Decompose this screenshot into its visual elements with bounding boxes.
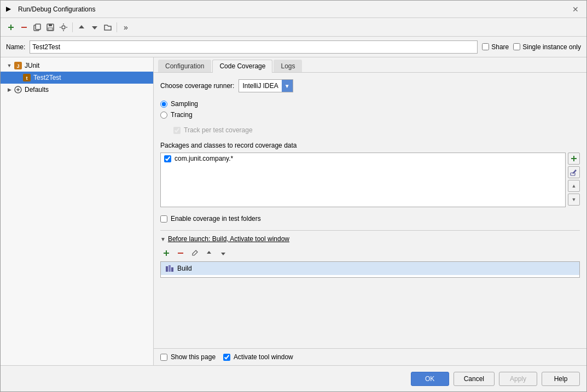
- package-checkbox-1[interactable]: [164, 155, 171, 162]
- scroll-down-package-btn[interactable]: ▼: [568, 194, 580, 206]
- activate-window-checkbox[interactable]: [223, 354, 230, 361]
- dialog-title: Run/Debug Configurations: [18, 5, 95, 13]
- svg-rect-7: [48, 28, 53, 30]
- ok-button[interactable]: OK: [411, 372, 449, 386]
- add-package-btn[interactable]: [568, 153, 580, 165]
- show-page-checkbox[interactable]: [160, 354, 167, 361]
- tracing-radio-label[interactable]: Tracing: [160, 111, 580, 119]
- svg-rect-20: [166, 266, 168, 272]
- runner-value: IntelliJ IDEA: [239, 81, 281, 91]
- cancel-button[interactable]: Cancel: [454, 372, 495, 386]
- runner-select[interactable]: IntelliJ IDEA ▼: [239, 79, 293, 92]
- before-launch-up-btn[interactable]: [203, 247, 215, 259]
- svg-rect-6: [49, 24, 52, 26]
- packages-side-buttons: ▲ ▼: [568, 153, 580, 207]
- tracing-label: Tracing: [171, 111, 193, 119]
- svg-point-8: [62, 26, 65, 29]
- sidebar-item-defaults[interactable]: ▶ Defaults: [1, 84, 153, 96]
- expand-icon-defaults: ▶: [5, 85, 14, 94]
- more-button[interactable]: »: [120, 21, 132, 33]
- track-per-test-label[interactable]: Track per test coverage: [173, 126, 580, 134]
- before-launch-item-build[interactable]: Build: [161, 262, 579, 275]
- coverage-runner-row: Choose coverage runner: IntelliJ IDEA ▼: [160, 79, 580, 92]
- copy-button[interactable]: [31, 21, 43, 33]
- tabs: Configuration Code Coverage Logs: [154, 57, 586, 73]
- toolbar: »: [1, 18, 586, 37]
- before-launch-toolbar: [160, 247, 580, 259]
- single-instance-checkbox[interactable]: [513, 43, 520, 50]
- show-page-label: Show this page: [171, 353, 216, 361]
- separator-1: [72, 22, 73, 32]
- runner-dropdown-btn[interactable]: ▼: [282, 80, 293, 92]
- before-launch-expand-icon: ▼: [160, 236, 166, 242]
- sampling-tracing-group: Sampling Tracing: [160, 100, 580, 119]
- sidebar-item-junit[interactable]: ▼ J JUnit: [1, 60, 153, 72]
- remove-button[interactable]: [18, 21, 30, 33]
- enable-coverage-row: Enable coverage in test folders: [160, 215, 580, 223]
- track-per-test-text: Track per test coverage: [184, 126, 253, 134]
- folder-button[interactable]: [102, 21, 114, 33]
- package-item-1[interactable]: com.junit.company.*: [161, 153, 565, 164]
- apply-button[interactable]: Apply: [499, 372, 537, 386]
- before-launch-label: Before launch: Build, Activate tool wind…: [168, 235, 289, 243]
- before-launch-down-btn[interactable]: [217, 247, 229, 259]
- save-button[interactable]: [44, 21, 56, 33]
- test2test-icon: t: [22, 73, 31, 82]
- tab-content-code-coverage: Choose coverage runner: IntelliJ IDEA ▼ …: [154, 73, 586, 348]
- before-launch-add-btn[interactable]: [160, 247, 172, 259]
- tab-code-coverage[interactable]: Code Coverage: [212, 60, 272, 73]
- sampling-radio[interactable]: [160, 101, 167, 108]
- enable-coverage-label: Enable coverage in test folders: [171, 215, 261, 223]
- name-row: Name: Share Single instance only: [1, 37, 586, 57]
- packages-list-wrapper: com.junit.company.* ▲ ▼: [160, 153, 580, 207]
- junit-icon: J: [14, 61, 22, 70]
- enable-coverage-checkbox[interactable]: [160, 215, 167, 223]
- before-launch-header[interactable]: ▼ Before launch: Build, Activate tool wi…: [160, 235, 580, 243]
- before-launch-section: ▼ Before launch: Build, Activate tool wi…: [160, 230, 580, 278]
- share-checkbox[interactable]: [482, 43, 489, 50]
- packages-section: Packages and classes to record coverage …: [160, 142, 580, 207]
- help-button[interactable]: Help: [542, 372, 580, 386]
- settings-button[interactable]: [57, 21, 69, 33]
- main-content: ▼ J JUnit t Test2Test: [1, 57, 586, 365]
- defaults-label: Defaults: [25, 86, 49, 93]
- expand-icon-test2test: [14, 73, 22, 82]
- separator-2: [117, 22, 117, 32]
- edit-package-btn[interactable]: [568, 166, 580, 178]
- bottom-options: Show this page Activate tool window: [154, 348, 586, 365]
- track-per-test-checkbox[interactable]: [173, 127, 181, 134]
- svg-rect-22: [171, 267, 173, 272]
- scroll-up-package-btn[interactable]: ▲: [568, 180, 580, 192]
- before-launch-underline-text: Before launch: Build, Activate tool wind…: [168, 235, 289, 243]
- add-button[interactable]: [5, 21, 17, 33]
- expand-icon-junit: ▼: [5, 61, 14, 70]
- footer: OK Cancel Apply Help: [1, 365, 586, 391]
- before-launch-list: Build: [160, 261, 580, 278]
- tab-configuration[interactable]: Configuration: [158, 60, 211, 72]
- sidebar-item-test2test[interactable]: t Test2Test: [1, 72, 153, 84]
- move-down-button[interactable]: [89, 21, 101, 33]
- svg-rect-4: [36, 24, 40, 30]
- move-up-button[interactable]: [75, 21, 88, 33]
- junit-label: JUnit: [25, 62, 39, 69]
- sampling-radio-label[interactable]: Sampling: [160, 100, 580, 108]
- before-launch-remove-btn[interactable]: [175, 247, 187, 259]
- close-button[interactable]: ✕: [570, 4, 581, 15]
- tab-logs[interactable]: Logs: [274, 60, 302, 72]
- title-bar-left: ▶ Run/Debug Configurations: [6, 5, 95, 14]
- activate-window-option[interactable]: Activate tool window: [223, 353, 293, 361]
- show-page-option[interactable]: Show this page: [160, 353, 216, 361]
- test2test-label: Test2Test: [33, 74, 61, 81]
- name-input[interactable]: [30, 40, 478, 54]
- dialog-icon: ▶: [6, 5, 15, 14]
- share-checkbox-label[interactable]: Share: [482, 43, 509, 51]
- packages-list: com.junit.company.*: [160, 153, 566, 207]
- packages-label: Packages and classes to record coverage …: [160, 142, 580, 149]
- right-panel: Configuration Code Coverage Logs Choose …: [154, 57, 586, 365]
- run-debug-dialog: ▶ Run/Debug Configurations ✕: [0, 0, 587, 392]
- single-instance-checkbox-label[interactable]: Single instance only: [513, 43, 581, 51]
- tracing-radio[interactable]: [160, 112, 167, 119]
- before-launch-edit-btn[interactable]: [189, 247, 201, 259]
- sampling-label: Sampling: [171, 100, 198, 108]
- sidebar: ▼ J JUnit t Test2Test: [1, 57, 154, 365]
